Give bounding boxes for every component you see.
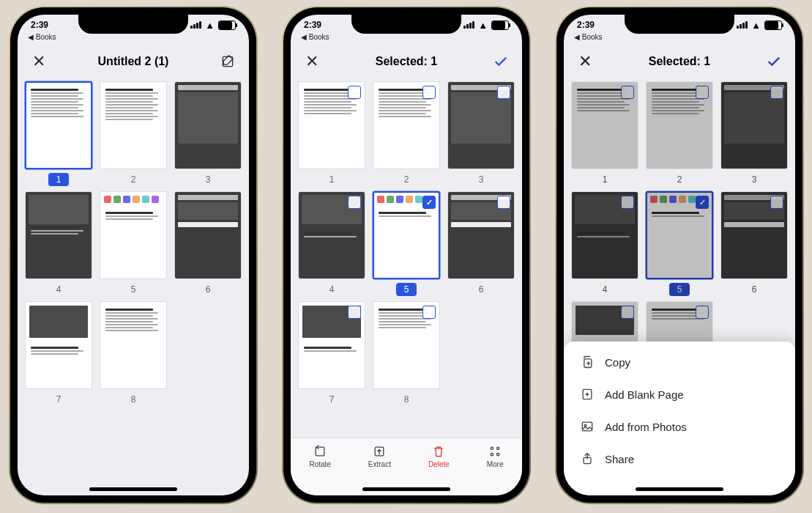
checkbox[interactable] (422, 306, 436, 319)
page-number: 8 (127, 393, 140, 406)
svg-point-4 (497, 447, 499, 449)
page-thumb-5[interactable]: 5 (100, 192, 167, 296)
page-thumb-1[interactable]: 1 (25, 82, 92, 186)
confirm-button[interactable] (764, 52, 783, 71)
page-number: 5 (396, 283, 417, 296)
rotate-label: Rotate (309, 460, 330, 468)
confirm-button[interactable] (491, 52, 510, 71)
sheet-share[interactable]: Share (564, 443, 795, 475)
close-button[interactable]: ✕ (302, 52, 321, 71)
page-number: 5 (127, 283, 140, 296)
page-number: 3 (474, 173, 488, 186)
page-thumb-5[interactable]: 5 (646, 192, 713, 296)
page-thumb-3[interactable]: 3 (720, 82, 788, 186)
checkbox[interactable] (497, 86, 510, 99)
page-number: 1 (325, 173, 338, 186)
page-number: 4 (598, 283, 611, 296)
delete-button[interactable]: Delete (428, 444, 450, 468)
page-thumb-7[interactable]: 7 (298, 302, 365, 406)
page-number: 6 (748, 283, 761, 296)
page-thumb-4[interactable]: 4 (571, 192, 638, 296)
status-right: ▲ (190, 21, 236, 30)
signal-icon (190, 21, 201, 29)
close-button[interactable]: ✕ (576, 52, 595, 71)
more-label: More (487, 460, 504, 468)
page-number: 3 (748, 173, 761, 186)
page-thumb-8[interactable]: 8 (100, 302, 167, 406)
sheet-copy-label: Copy (605, 356, 630, 369)
page-thumb-7[interactable]: 7 (25, 302, 92, 406)
page-number: 1 (598, 173, 611, 186)
signal-icon (737, 21, 748, 29)
page-number: 7 (52, 393, 65, 406)
page-title: Selected: 1 (649, 55, 710, 68)
battery-icon (218, 21, 236, 30)
page-number: 2 (400, 173, 413, 186)
sheet-add-blank[interactable]: Add Blank Page (564, 378, 795, 410)
sheet-add-photos[interactable]: Add from Photos (564, 410, 795, 443)
page-thumb-5[interactable]: 5 (373, 192, 440, 296)
page-thumb-4[interactable]: 4 (25, 192, 92, 296)
status-time: 2:39 (304, 20, 321, 30)
checkbox[interactable] (770, 196, 783, 209)
page-thumb-2[interactable]: 2 (373, 82, 440, 186)
page-title: Untitled 2 (1) (98, 55, 169, 68)
svg-rect-1 (316, 447, 324, 456)
checkbox[interactable] (348, 86, 361, 99)
page-title: Selected: 1 (376, 55, 437, 68)
page-thumb-6[interactable]: 6 (447, 192, 515, 296)
page-thumb-6[interactable]: 6 (174, 192, 242, 296)
back-to-app[interactable]: ◀ Books (574, 33, 603, 41)
page-thumb-2[interactable]: 2 (100, 82, 167, 186)
checkbox[interactable] (696, 86, 709, 99)
checkbox[interactable] (621, 196, 634, 209)
wifi-icon: ▲ (478, 21, 488, 30)
page-thumb-1[interactable]: 1 (298, 82, 365, 186)
battery-icon (764, 21, 782, 30)
rotate-button[interactable]: Rotate (309, 444, 330, 468)
page-number: 4 (325, 283, 338, 296)
page-thumb-3[interactable]: 3 (447, 82, 515, 186)
home-indicator[interactable] (362, 487, 450, 491)
action-sheet: Copy Add Blank Page Add from Photos Shar… (564, 342, 795, 495)
page-thumb-4[interactable]: 4 (298, 192, 365, 296)
checkbox[interactable] (621, 306, 634, 319)
page-number: 8 (400, 393, 413, 406)
home-indicator[interactable] (636, 487, 723, 491)
page-number: 7 (325, 393, 338, 406)
page-thumb-6[interactable]: 6 (720, 192, 788, 296)
page-number: 4 (52, 283, 65, 296)
back-to-app[interactable]: ◀ Books (301, 33, 329, 41)
checkbox[interactable] (422, 86, 436, 99)
delete-label: Delete (428, 460, 450, 468)
home-indicator[interactable] (89, 487, 177, 491)
edit-button[interactable] (218, 52, 237, 71)
extract-label: Extract (368, 460, 391, 468)
checkbox[interactable] (497, 196, 510, 209)
more-button[interactable]: More (487, 444, 504, 468)
page-thumb-1[interactable]: 1 (571, 82, 638, 186)
svg-point-3 (491, 447, 493, 449)
checkbox[interactable] (348, 306, 361, 319)
checkbox[interactable] (696, 306, 709, 319)
page-number: 6 (201, 283, 215, 296)
page-thumb-8[interactable]: 8 (373, 302, 440, 406)
page-thumb-2[interactable]: 2 (646, 82, 713, 186)
checkbox[interactable] (621, 86, 634, 99)
checkbox-checked[interactable] (696, 196, 709, 209)
sheet-photos-label: Add from Photos (605, 421, 687, 433)
checkbox[interactable] (348, 196, 361, 209)
extract-button[interactable]: Extract (368, 444, 391, 468)
page-number: 3 (201, 173, 215, 186)
wifi-icon: ▲ (205, 21, 215, 30)
back-to-app[interactable]: ◀ Books (28, 33, 56, 41)
battery-icon (491, 21, 509, 30)
checkbox-checked[interactable] (422, 196, 436, 209)
close-button[interactable]: ✕ (29, 52, 48, 71)
sheet-copy[interactable]: Copy (564, 346, 795, 378)
signal-icon (463, 21, 474, 29)
checkbox[interactable] (770, 86, 783, 99)
svg-rect-9 (582, 422, 592, 431)
page-number: 2 (673, 173, 686, 186)
page-thumb-3[interactable]: 3 (174, 82, 242, 186)
